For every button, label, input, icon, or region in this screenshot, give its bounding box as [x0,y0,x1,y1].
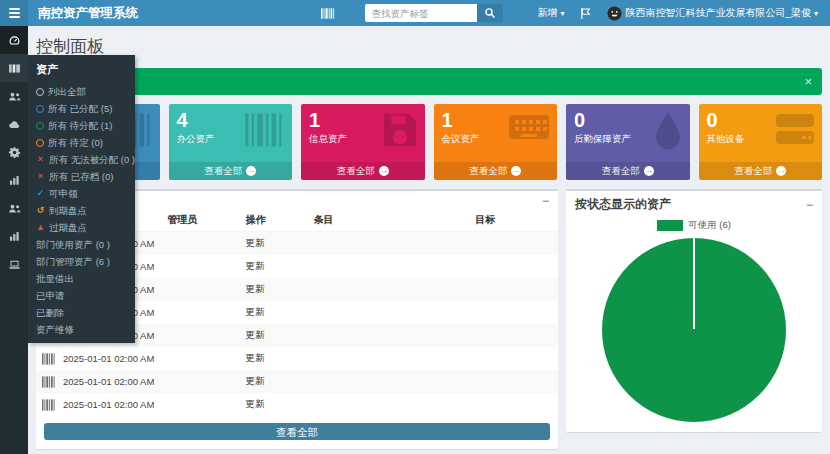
search-input[interactable] [365,4,477,22]
row-date: 2025-01-01 02:00 AM [63,399,154,410]
check-icon: ✓ [36,189,45,198]
barcode-icon [243,111,287,149]
menu-item-label: 到期盘点 [49,205,87,216]
sidebar-item-dashboard[interactable] [0,26,28,54]
card-view-all-link[interactable]: 查看全部→ [699,162,823,180]
row-admin [161,278,239,301]
assets-by-status-panel: 按状态显示的资产 − 可使用 (6) [566,189,822,432]
assets-menu-item[interactable]: 已删除 [28,304,135,321]
arrow-circle-right-icon: → [246,166,256,176]
flag-icon[interactable] [580,7,591,20]
row-target [469,278,558,301]
app-title[interactable]: 南控资产管理系统 [28,5,148,22]
assets-menu-item[interactable]: 列出全部 [28,83,135,100]
assets-menu-item[interactable]: 所有 已分配 (5) [28,100,135,117]
hamburger-menu-icon[interactable] [0,0,28,26]
table-row: 2025-01-01 02:00 AM 更新 [36,347,558,370]
user-menu[interactable]: 陕西南控智汇科技产业发展有限公司_梁俊 ▾ [607,6,818,21]
row-target [469,232,558,256]
assets-menu-item[interactable]: × 所有 已存档 (0) [28,168,135,185]
row-action: 更新 [240,370,308,393]
assets-menu-item[interactable]: 所有 待定 (0) [28,134,135,151]
page-title: 控制面板 [36,35,822,58]
main-content: 控制面板 × 查看全部→ 4 办公资产 查看全部→ [28,26,830,454]
sidebar-item-users[interactable] [0,82,28,110]
asset-tag-search [365,4,503,22]
menu-item-label: 所有 待分配 (1) [48,120,112,131]
assets-menu-item[interactable]: ✓ 可申领 [28,185,135,202]
row-item [307,232,469,256]
assets-menu-item[interactable]: 批量借出 [28,270,135,287]
card-view-all-link[interactable]: 查看全部→ [566,162,690,180]
barcode-icon[interactable] [321,8,335,19]
card-view-all-link[interactable]: 查看全部→ [301,162,425,180]
assets-menu-item[interactable]: 资产维修 [28,321,135,338]
row-target [469,393,558,416]
row-item [307,370,469,393]
laptop-icon [8,258,21,271]
user-name: 陕西南控智汇科技产业发展有限公司_梁俊 [625,6,811,20]
stat-card: 1 信息资产 查看全部→ [301,104,425,180]
menu-item-label: 部门管理资产 (6 ) [36,256,110,267]
row-action: 更新 [240,232,308,256]
menu-item-label: 已申请 [36,290,65,301]
menu-item-label: 部门使用资产 (0 ) [36,239,110,250]
row-admin [161,232,239,256]
sidebar-item-reports[interactable] [0,166,28,194]
assets-menu-title: 资产 [28,55,135,83]
arrow-circle-right-icon: → [379,166,389,176]
legend-label: 可使用 (6) [688,219,731,232]
assets-menu-item[interactable]: 部门使用资产 (0 ) [28,236,135,253]
legend-swatch [657,220,683,231]
table-row: 2025-01-01 02:00 AM 更新 [36,370,558,393]
sidebar-item-people[interactable] [0,194,28,222]
history-icon: ↺ [36,206,45,215]
row-action: 更新 [240,393,308,416]
search-button[interactable] [477,4,503,22]
sidebar-item-stats[interactable] [0,222,28,250]
keyboard-icon [506,111,552,143]
sidebar-item-assets[interactable] [0,54,28,82]
barcode-icon [42,353,57,365]
sidebar-item-devices[interactable] [0,250,28,278]
barcode-icon [42,399,57,411]
close-icon[interactable]: × [804,75,812,88]
row-item [307,255,469,278]
bar-chart-icon [8,230,21,243]
card-view-all-link[interactable]: 查看全部→ [169,162,293,180]
circle-icon [36,88,44,96]
collapse-icon[interactable]: − [806,200,813,210]
menu-item-label: 批量借出 [36,273,74,284]
avatar [607,6,622,21]
row-item [307,347,469,370]
menu-item-label: 所有 已分配 (5) [48,103,112,114]
menu-item-label: 资产维修 [36,324,74,335]
view-all-button[interactable]: 查看全部 [44,423,550,440]
row-item [307,324,469,347]
success-banner: × [36,68,822,95]
assets-menu-item[interactable]: ↺ 到期盘点 [28,202,135,219]
row-admin [161,347,239,370]
pie-slice-divider [693,238,695,329]
card-view-all-link[interactable]: 查看全部→ [434,162,558,180]
collapse-icon[interactable]: − [542,196,549,206]
column-header: 操作 [240,209,308,232]
hdd-server-icon [773,111,817,147]
row-date: 2025-01-01 02:00 AM [63,376,154,387]
row-target [469,324,558,347]
row-action: 更新 [240,255,308,278]
column-header: 管理员 [161,209,239,232]
assets-menu-item[interactable]: 所有 待分配 (1) [28,117,135,134]
sidebar-item-cloud[interactable] [0,110,28,138]
menu-item-label: 所有 无法被分配 (0 ) [49,154,135,165]
arrow-circle-right-icon: → [511,166,521,176]
menu-item-label: 列出全部 [48,86,86,97]
sidebar-item-settings[interactable] [0,138,28,166]
assets-menu-item[interactable]: 已申请 [28,287,135,304]
add-new-dropdown[interactable]: 新增 ▾ [537,6,564,20]
assets-menu-item[interactable]: × 所有 无法被分配 (0 ) [28,151,135,168]
assets-menu-item[interactable]: ▲ 过期盘点 [28,219,135,236]
circle-icon [36,105,44,113]
assets-menu-item[interactable]: 部门管理资产 (6 ) [28,253,135,270]
row-target [469,301,558,324]
